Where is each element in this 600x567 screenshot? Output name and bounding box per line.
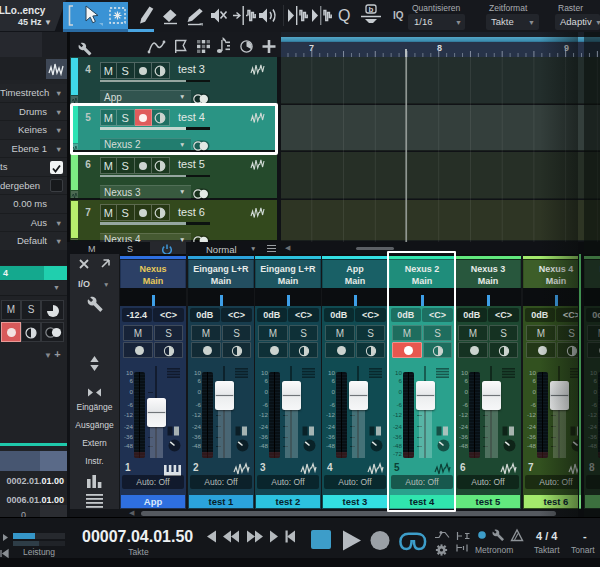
svg-text:6: 6	[594, 377, 598, 384]
svg-text:-24: -24	[124, 423, 134, 430]
svg-text:-48: -48	[124, 442, 134, 449]
svg-text:6: 6	[130, 377, 134, 384]
svg-text:-36: -36	[326, 433, 336, 440]
svg-text:0: 0	[533, 388, 537, 395]
svg-text:0: 0	[594, 388, 598, 395]
svg-text:-12: -12	[588, 411, 598, 418]
svg-text:-6: -6	[530, 401, 536, 408]
svg-text:-12: -12	[124, 411, 134, 418]
svg-text:-24: -24	[459, 423, 469, 430]
svg-text:-6: -6	[195, 401, 201, 408]
svg-text:0: 0	[332, 388, 336, 395]
svg-text:-36: -36	[259, 433, 269, 440]
svg-text:-24: -24	[326, 423, 336, 430]
svg-text:10: 10	[529, 369, 536, 376]
svg-text:b: b	[369, 5, 374, 14]
svg-text:-6: -6	[462, 401, 468, 408]
svg-text:6: 6	[533, 377, 537, 384]
svg-text:Q: Q	[338, 7, 350, 24]
svg-text:-48: -48	[192, 442, 202, 449]
svg-text:-24: -24	[192, 423, 202, 430]
svg-text:10: 10	[126, 369, 133, 376]
svg-text:-48: -48	[259, 442, 269, 449]
svg-text:0: 0	[130, 388, 134, 395]
svg-text:0: 0	[198, 388, 202, 395]
svg-text:6: 6	[465, 377, 469, 384]
svg-text:10: 10	[194, 369, 201, 376]
svg-text:-6: -6	[127, 401, 133, 408]
svg-text:0: 0	[265, 388, 269, 395]
svg-text:-36: -36	[192, 433, 202, 440]
svg-text:10: 10	[261, 369, 268, 376]
svg-text:-36: -36	[124, 433, 134, 440]
svg-text:-12: -12	[326, 411, 336, 418]
svg-text:6: 6	[332, 377, 336, 384]
svg-text:-24: -24	[527, 423, 537, 430]
svg-text:10: 10	[328, 369, 335, 376]
svg-text:-12: -12	[459, 411, 469, 418]
svg-text:-48: -48	[588, 442, 598, 449]
svg-text:-24: -24	[588, 423, 598, 430]
svg-text:6: 6	[265, 377, 269, 384]
svg-text:-48: -48	[326, 442, 336, 449]
svg-text:-48: -48	[527, 442, 537, 449]
svg-text:-36: -36	[459, 433, 469, 440]
svg-text:-6: -6	[591, 401, 597, 408]
svg-text:-36: -36	[588, 433, 598, 440]
svg-text:-24: -24	[259, 423, 269, 430]
svg-text:-6: -6	[329, 401, 335, 408]
svg-text:10: 10	[461, 369, 468, 376]
svg-text:-6: -6	[262, 401, 268, 408]
svg-text:0: 0	[465, 388, 469, 395]
svg-text:-12: -12	[192, 411, 202, 418]
svg-text:-12: -12	[259, 411, 269, 418]
svg-text:10: 10	[590, 369, 597, 376]
svg-text:-36: -36	[527, 433, 537, 440]
svg-text:6: 6	[198, 377, 202, 384]
svg-text:-12: -12	[527, 411, 537, 418]
svg-text:-48: -48	[459, 442, 469, 449]
